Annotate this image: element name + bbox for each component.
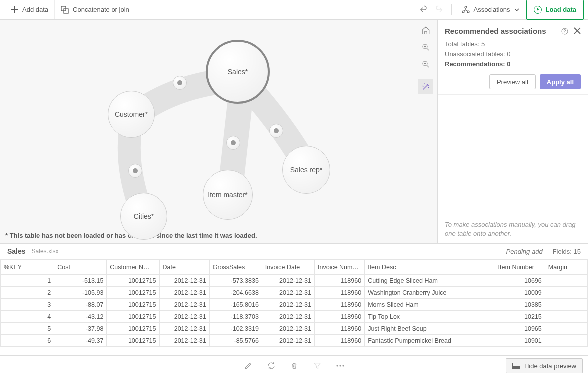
home-button[interactable] — [419, 24, 432, 37]
link-dot[interactable] — [173, 76, 187, 90]
zoom-in-button[interactable] — [419, 41, 432, 54]
preview-all-button[interactable]: Preview all — [489, 74, 536, 90]
col-cost[interactable]: Cost — [54, 260, 107, 275]
col-margin[interactable]: Margin — [545, 260, 587, 275]
link-dot[interactable] — [128, 164, 142, 178]
col-gross[interactable]: GrossSales — [209, 260, 262, 275]
cell: Moms Sliced Ham — [365, 299, 495, 311]
refresh-icon[interactable] — [267, 362, 276, 370]
cell — [545, 311, 587, 323]
cell: Cutting Edge Sliced Ham — [365, 275, 495, 287]
cell: 2012-12-31 — [262, 335, 314, 347]
cell: 6 — [1, 335, 54, 347]
redo-button[interactable] — [432, 3, 446, 17]
rec-count: Recommendations: 0 — [445, 60, 581, 70]
canvas[interactable]: Sales* Customer* Cities* Item master* Sa… — [0, 20, 438, 244]
cell: 10012715 — [107, 323, 159, 335]
table-row[interactable]: 4-43.12100127152012-12-31-118.37032012-1… — [1, 311, 588, 323]
concatenate-button[interactable]: Concatenate or join — [55, 0, 135, 20]
bubble-sales[interactable]: Sales* — [206, 40, 270, 104]
zoom-out-button[interactable] — [419, 58, 432, 71]
cell: Fantastic Pumpernickel Bread — [365, 335, 495, 347]
cell: 10012715 — [107, 311, 159, 323]
cell: 10009 — [495, 287, 545, 299]
table-row[interactable]: 6-49.37100127152012-12-31-85.57662012-12… — [1, 335, 588, 347]
divider — [420, 75, 431, 76]
cell: Just Right Beef Soup — [365, 323, 495, 335]
preview-header: Sales Sales.xlsx Pending add Fields: 15 — [0, 244, 588, 259]
load-data-label: Load data — [546, 6, 576, 14]
rec-total: Total tables: 5 — [445, 40, 581, 50]
col-key[interactable]: %KEY — [1, 260, 54, 275]
more-icon[interactable] — [336, 362, 345, 370]
bubble-item-master[interactable]: Item master* — [203, 170, 253, 220]
cell: 10012715 — [107, 275, 159, 287]
table-row[interactable]: 5-37.98100127152012-12-31-102.33192012-1… — [1, 323, 588, 335]
delete-icon[interactable] — [290, 362, 299, 370]
associations-label: Associations — [474, 6, 510, 14]
add-data-label: Add data — [22, 6, 48, 14]
play-icon — [534, 6, 542, 14]
chevron-down-icon — [514, 8, 519, 12]
cell: 2012-12-31 — [159, 299, 209, 311]
cell: 118960 — [315, 299, 365, 311]
help-icon[interactable] — [561, 28, 569, 36]
table-row[interactable]: 1-513.15100127152012-12-31-573.38352012-… — [1, 275, 588, 287]
hide-data-preview-button[interactable]: Hide data preview — [506, 358, 583, 374]
magic-wand-button[interactable] — [418, 80, 433, 94]
col-invoice-date[interactable]: Invoice Date — [262, 260, 314, 275]
toolbar-right: Associations Load data — [416, 0, 584, 20]
col-invoice-num[interactable]: Invoice Num… — [315, 260, 365, 275]
cell: 10012715 — [107, 335, 159, 347]
toolbar-left: Add data Concatenate or join — [4, 0, 135, 20]
cell: -573.3835 — [209, 275, 262, 287]
link-dot[interactable] — [226, 136, 240, 150]
concatenate-icon — [61, 6, 69, 14]
add-data-button[interactable]: Add data — [4, 0, 55, 20]
canvas-tools — [418, 24, 433, 94]
cell: 2012-12-31 — [262, 323, 314, 335]
associations-icon — [462, 6, 470, 14]
edit-icon[interactable] — [244, 362, 253, 370]
rec-title: Recommended associations — [445, 27, 546, 36]
cell — [545, 275, 587, 287]
svg-point-2 — [465, 6, 467, 8]
data-grid[interactable]: %KEY Cost Customer N… Date GrossSales In… — [0, 259, 588, 356]
footer-toolbar: Hide data preview — [0, 356, 588, 376]
col-date[interactable]: Date — [159, 260, 209, 275]
cell — [545, 335, 587, 347]
close-icon[interactable] — [574, 28, 581, 36]
cell: 10012715 — [107, 287, 159, 299]
cell: 4 — [1, 311, 54, 323]
cell: 10696 — [495, 275, 545, 287]
svg-point-10 — [342, 365, 344, 366]
col-customer[interactable]: Customer N… — [107, 260, 159, 275]
apply-all-button[interactable]: Apply all — [540, 74, 581, 90]
undo-button[interactable] — [416, 3, 430, 17]
preview-pending: Pending add — [506, 248, 543, 256]
bubble-sales-rep[interactable]: Sales rep* — [282, 146, 330, 194]
col-item-desc[interactable]: Item Desc — [365, 260, 495, 275]
table-row[interactable]: 2-105.93100127152012-12-31-204.66382012-… — [1, 287, 588, 299]
cell: 1 — [1, 275, 54, 287]
cell: 2012-12-31 — [262, 299, 314, 311]
associations-dropdown[interactable]: Associations — [457, 2, 524, 18]
link-dot[interactable] — [269, 124, 283, 138]
cell: 2012-12-31 — [262, 311, 314, 323]
preview-table: %KEY Cost Customer N… Date GrossSales In… — [0, 260, 588, 347]
bubble-customer[interactable]: Customer* — [108, 91, 155, 138]
cell: 2012-12-31 — [159, 287, 209, 299]
cell: 2 — [1, 287, 54, 299]
load-data-button[interactable]: Load data — [526, 0, 584, 20]
concatenate-label: Concatenate or join — [73, 6, 129, 14]
cell: 10215 — [495, 311, 545, 323]
cell — [545, 299, 587, 311]
table-row[interactable]: 3-88.07100127152012-12-31-165.80162012-1… — [1, 299, 588, 311]
cell: 2012-12-31 — [262, 287, 314, 299]
cell: -49.37 — [54, 335, 107, 347]
recommendations-panel: Recommended associations Total tables: 5… — [438, 20, 588, 244]
bubble-cities[interactable]: Cities* — [120, 193, 167, 240]
filter-icon[interactable] — [313, 362, 322, 370]
cell: 2012-12-31 — [262, 275, 314, 287]
col-item-num[interactable]: Item Number — [495, 260, 545, 275]
